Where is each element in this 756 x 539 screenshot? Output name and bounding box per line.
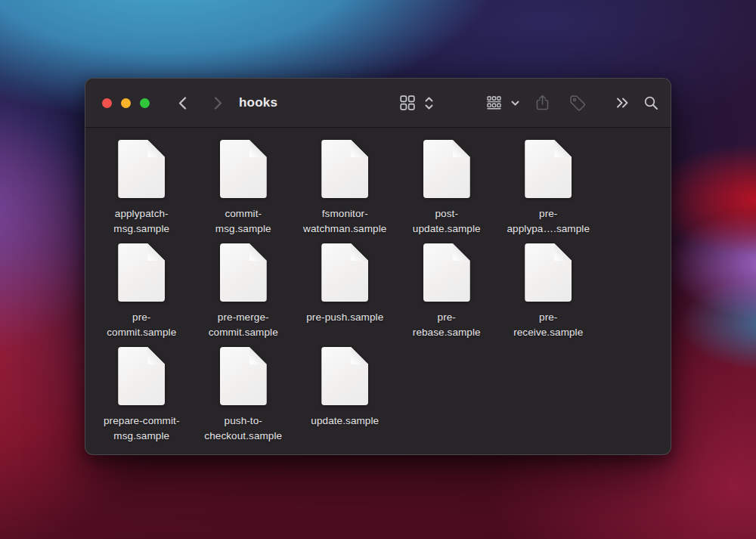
double-chevron-right-icon — [616, 98, 629, 108]
file-name-label: pre- rebase.sample — [394, 310, 500, 340]
tag-button[interactable] — [569, 79, 587, 127]
page-fold-corner — [147, 140, 165, 157]
page-fold-corner — [351, 347, 368, 364]
chevron-left-icon — [178, 97, 187, 110]
file-item-pre-commit.sample[interactable]: pre- commit.sample — [91, 243, 193, 347]
file-item-pre-applypa….sample[interactable]: pre- applypa….sample — [497, 140, 600, 243]
search-button[interactable] — [642, 79, 660, 127]
maximize-button[interactable] — [140, 98, 150, 108]
page-fold-corner — [351, 140, 368, 157]
file-item-push-to-checkout.sample[interactable]: push-to- checkout.sample — [193, 347, 295, 451]
more-toolbar-items-button[interactable] — [614, 79, 631, 127]
document-icon — [220, 347, 267, 405]
document-icon — [118, 243, 165, 302]
file-name-label: push-to- checkout.sample — [191, 414, 296, 444]
grid-view-icon — [400, 95, 415, 110]
chevrons-up-down-icon — [425, 97, 433, 110]
file-item-pre-rebase.sample[interactable]: pre- rebase.sample — [396, 243, 498, 347]
file-item-applypatch-msg.sample[interactable]: applypatch- msg.sample — [91, 140, 193, 243]
document-icon — [321, 140, 368, 198]
share-icon — [534, 94, 550, 111]
file-name-label: update.sample — [292, 414, 398, 429]
tag-icon — [569, 94, 586, 111]
back-button[interactable] — [175, 79, 190, 127]
file-view: applypatch- msg.sample commit- msg.sampl… — [85, 128, 671, 454]
page-fold-corner — [249, 140, 267, 157]
file-name-label: post- update.sample — [394, 206, 500, 237]
file-item-update.sample[interactable]: update.sample — [294, 347, 396, 451]
document-icon — [220, 243, 267, 302]
file-item-commit-msg.sample[interactable]: commit- msg.sample — [193, 140, 295, 243]
chevron-right-icon — [214, 97, 222, 110]
page-fold-corner — [147, 243, 165, 261]
file-name-label: pre- applypa….sample — [495, 206, 601, 237]
file-name-label: fsmonitor- watchman.sample — [292, 206, 398, 237]
file-name-label: pre- receive.sample — [495, 310, 601, 340]
document-icon — [525, 243, 572, 302]
window-title: hooks — [239, 79, 277, 127]
search-icon — [644, 96, 658, 110]
file-name-label: prepare-commit- msg.sample — [88, 414, 194, 444]
page-fold-corner — [453, 243, 470, 261]
page-fold-corner — [249, 347, 267, 364]
file-item-pre-push.sample[interactable]: pre-push.sample — [294, 243, 396, 347]
page-fold-corner — [351, 243, 368, 261]
document-icon — [220, 140, 267, 198]
file-item-prepare-commit-msg.sample[interactable]: prepare-commit- msg.sample — [91, 347, 193, 451]
page-fold-corner — [554, 140, 572, 157]
page-fold-corner — [554, 243, 572, 261]
forward-button[interactable] — [210, 79, 225, 127]
document-icon — [118, 347, 165, 405]
group-by-button[interactable] — [485, 79, 503, 127]
page-fold-corner — [249, 243, 267, 261]
file-item-pre-merge-commit.sample[interactable]: pre-merge- commit.sample — [193, 243, 295, 347]
document-icon — [321, 243, 368, 302]
file-name-label: pre-push.sample — [292, 310, 398, 325]
share-button[interactable] — [533, 79, 551, 127]
file-name-label: pre-merge- commit.sample — [191, 310, 296, 340]
group-by-icon — [486, 96, 502, 110]
titlebar[interactable]: hooks — [85, 79, 671, 128]
page-fold-corner — [453, 140, 470, 157]
group-by-dropdown[interactable] — [510, 79, 520, 127]
file-name-label: pre- commit.sample — [88, 310, 194, 340]
document-icon — [423, 140, 470, 198]
finder-window: hooks — [85, 78, 671, 455]
file-item-fsmonitor-watchman.sample[interactable]: fsmonitor- watchman.sample — [294, 140, 396, 243]
document-icon — [321, 347, 368, 405]
close-button[interactable] — [102, 98, 112, 108]
page-fold-corner — [147, 347, 165, 364]
minimize-button[interactable] — [121, 98, 131, 108]
chevron-down-icon — [511, 101, 519, 106]
document-icon — [525, 140, 572, 198]
file-name-label: commit- msg.sample — [191, 206, 296, 237]
view-sort-stepper[interactable] — [423, 79, 435, 127]
icon-view-button[interactable] — [398, 79, 417, 127]
file-grid: applypatch- msg.sample commit- msg.sampl… — [91, 140, 671, 451]
file-name-label: applypatch- msg.sample — [88, 206, 194, 237]
file-item-post-update.sample[interactable]: post- update.sample — [396, 140, 498, 243]
document-icon — [423, 243, 470, 302]
document-icon — [118, 140, 165, 198]
file-item-pre-receive.sample[interactable]: pre- receive.sample — [497, 243, 600, 347]
